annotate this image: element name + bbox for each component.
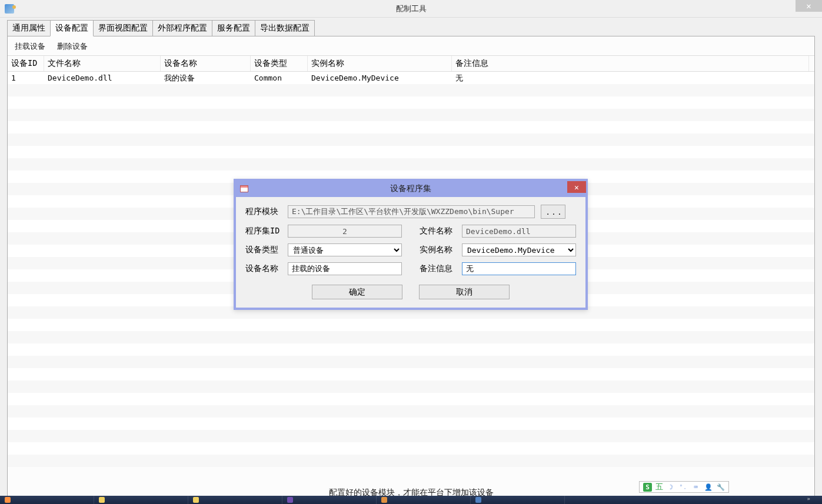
app-icon	[5, 497, 11, 503]
taskbar-item[interactable]	[0, 496, 94, 504]
taskbar[interactable]: »	[0, 496, 822, 504]
tab-view-config[interactable]: 界面视图配置	[93, 20, 153, 36]
chevron-up-icon[interactable]: »	[796, 496, 822, 502]
dialog-title: 设备程序集	[390, 183, 431, 194]
ok-button[interactable]: 确定	[312, 285, 402, 299]
taskbar-item[interactable]	[282, 496, 377, 504]
grid-header-file[interactable]: 文件名称	[44, 56, 161, 71]
label-asm-id: 程序集ID	[245, 226, 282, 236]
label-module: 程序模块	[245, 206, 282, 217]
delete-device-button[interactable]: 删除设备	[57, 41, 88, 52]
close-icon: ✕	[574, 183, 579, 192]
ok-label: 确定	[349, 287, 365, 298]
dialog-close-button[interactable]: ✕	[567, 181, 586, 193]
grid-header-id[interactable]: 设备ID	[8, 56, 44, 71]
tab-external-config[interactable]: 外部程序配置	[152, 20, 212, 36]
label-file: 文件名称	[420, 226, 456, 236]
table-row	[8, 418, 814, 430]
cell-instance: DeviceDemo.MyDevice	[308, 72, 452, 84]
label-devname: 设备名称	[245, 263, 282, 274]
ellipsis-icon: ...	[545, 208, 563, 216]
folder-icon	[99, 497, 105, 503]
table-row	[8, 121, 814, 133]
cancel-button[interactable]: 取消	[419, 285, 510, 299]
ime-toolbar[interactable]: S 五 ☽ °， ⌨ 👤 🔧	[639, 481, 729, 493]
device-name-field[interactable]	[288, 262, 402, 275]
browse-button[interactable]: ...	[541, 205, 565, 219]
table-row	[8, 442, 814, 455]
tab-bar: 通用属性 设备配置 界面视图配置 外部程序配置 服务配置 导出数据配置	[0, 18, 822, 36]
keyboard-icon[interactable]: ⌨	[691, 483, 700, 492]
grid-header: 设备ID 文件名称 设备名称 设备类型 实例名称 备注信息	[8, 56, 814, 72]
module-path-field[interactable]	[288, 205, 535, 218]
close-icon: ✕	[806, 1, 811, 11]
table-row[interactable]: 1 DeviceDemo.dll 我的设备 Common DeviceDemo.…	[8, 72, 814, 84]
taskbar-item[interactable]	[377, 496, 471, 504]
label-instance: 实例名称	[420, 245, 456, 255]
device-assembly-dialog: 设备程序集 ✕ 程序模块 ... 程序集ID 文件名称 设备类型 普通设备 实例…	[234, 179, 588, 310]
punctuation-icon[interactable]: °，	[679, 483, 688, 492]
device-type-select[interactable]: 普通设备	[288, 243, 402, 256]
assembly-id-field[interactable]	[288, 225, 402, 238]
tab-general[interactable]: 通用属性	[7, 20, 51, 36]
window-titlebar: 配制工具 ✕	[0, 0, 822, 18]
app-icon	[287, 497, 293, 503]
app-icon	[5, 4, 14, 14]
cell-remark: 无	[452, 72, 809, 85]
table-row	[8, 343, 814, 356]
cell-devname: 我的设备	[161, 72, 251, 85]
grid-header-devname[interactable]: 设备名称	[161, 56, 251, 71]
remark-field[interactable]	[462, 262, 576, 275]
tab-label: 导出数据配置	[260, 23, 310, 32]
dialog-titlebar[interactable]: 设备程序集 ✕	[235, 181, 586, 197]
table-row	[8, 158, 814, 171]
cell-devtype: Common	[251, 72, 308, 84]
tab-service-config[interactable]: 服务配置	[212, 20, 255, 36]
instance-name-select[interactable]: DeviceDemo.MyDevice	[462, 243, 576, 256]
taskbar-item[interactable]	[471, 496, 565, 504]
table-row	[8, 133, 814, 146]
cancel-label: 取消	[456, 287, 472, 298]
grid-header-remark[interactable]: 备注信息	[452, 56, 809, 71]
table-row	[8, 84, 814, 96]
ime-mode-label[interactable]: 五	[655, 482, 663, 492]
table-row	[8, 146, 814, 158]
grid-header-devtype[interactable]: 设备类型	[251, 56, 308, 71]
tab-export-config[interactable]: 导出数据配置	[255, 20, 315, 36]
taskbar-item[interactable]	[94, 496, 188, 504]
grid-header-instance[interactable]: 实例名称	[308, 56, 452, 71]
tab-label: 界面视图配置	[98, 23, 148, 32]
table-row	[8, 455, 814, 467]
table-row	[8, 109, 814, 121]
table-row	[8, 430, 814, 442]
table-row	[8, 356, 814, 368]
cell-file: DeviceDemo.dll	[44, 72, 161, 84]
dialog-body: 程序模块 ... 程序集ID 文件名称 设备类型 普通设备 实例名称 Devic…	[236, 196, 585, 308]
table-row	[8, 393, 814, 405]
wrench-icon[interactable]: 🔧	[716, 483, 725, 492]
window-close-button[interactable]: ✕	[796, 0, 822, 12]
table-row	[8, 96, 814, 109]
tab-device-config[interactable]: 设备配置	[50, 20, 94, 36]
moon-icon[interactable]: ☽	[667, 483, 675, 492]
tab-label: 设备配置	[55, 23, 88, 32]
ime-logo-icon[interactable]: S	[643, 483, 652, 492]
label-remark: 备注信息	[420, 263, 456, 274]
tab-label: 外部程序配置	[158, 23, 207, 32]
file-name-field[interactable]	[462, 225, 576, 238]
user-icon[interactable]: 👤	[704, 483, 713, 492]
label-devtype: 设备类型	[245, 245, 282, 255]
cell-id: 1	[8, 72, 44, 84]
taskbar-item[interactable]	[188, 496, 282, 504]
app-icon	[381, 497, 387, 503]
dialog-icon	[240, 185, 248, 192]
table-row	[8, 380, 814, 393]
window-title: 配制工具	[396, 4, 427, 14]
table-row	[8, 405, 814, 418]
tab-label: 通用属性	[12, 23, 45, 32]
folder-icon	[193, 497, 199, 503]
mount-device-button[interactable]: 挂载设备	[15, 41, 45, 52]
tab-label: 服务配置	[217, 23, 250, 32]
app-icon	[475, 497, 481, 503]
toolbar: 挂载设备 删除设备	[8, 36, 814, 55]
